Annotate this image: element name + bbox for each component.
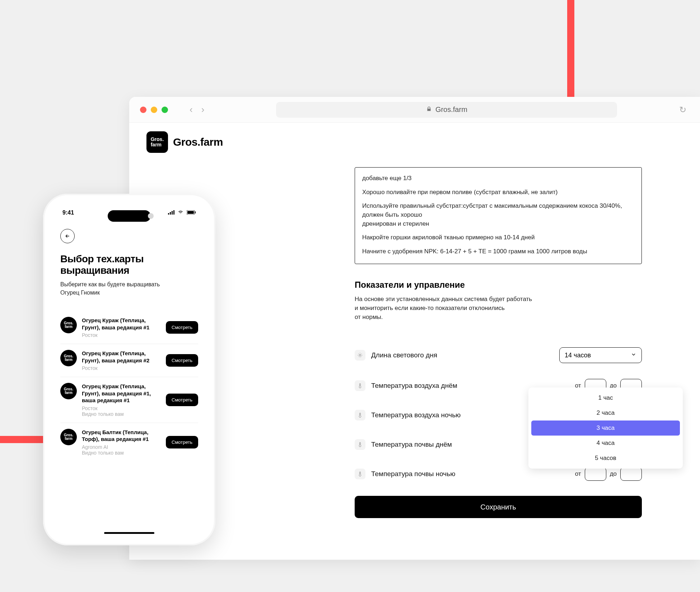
- soil-night-from-input[interactable]: [585, 467, 606, 481]
- lock-icon: [426, 105, 432, 114]
- card-body: Огурец Кураж (Теплица, Грунт), ваша реда…: [82, 383, 161, 417]
- chevron-down-icon: [631, 352, 636, 359]
- avatar: Gros. farm: [60, 383, 77, 399]
- instruction-line: Хорошо поливайте при первом поливе (субс…: [362, 188, 634, 197]
- svg-rect-1: [168, 213, 169, 215]
- card-meta: Росток: [82, 332, 161, 338]
- phone-mockup: 9:41 Выбор тех.картывыращивания Выберите…: [43, 194, 215, 545]
- view-button[interactable]: Смотреть: [166, 394, 198, 406]
- card-body: Огурец Кураж (Теплица, Грунт), ваша реда…: [82, 350, 161, 371]
- save-button[interactable]: Сохранить: [355, 496, 642, 518]
- card-title: Огурец Балтик (Теплица, Торф), ваша реда…: [82, 429, 161, 443]
- list-item: Gros. farm Огурец Кураж (Теплица, Грунт)…: [60, 344, 198, 377]
- thermometer-icon: [355, 410, 365, 420]
- instruction-line: Используйте правильный субстрат:субстрат…: [362, 202, 634, 228]
- from-label: от: [575, 470, 581, 478]
- reload-icon[interactable]: ↻: [679, 105, 686, 115]
- section-title: Показатели и управление: [355, 280, 642, 290]
- card-body: Огурец Кураж (Теплица, Грунт), ваша реда…: [82, 317, 161, 338]
- dynamic-island: [108, 210, 151, 222]
- svg-rect-7: [195, 211, 196, 213]
- decor-bar-left: [0, 436, 47, 443]
- wifi-icon: [177, 210, 184, 216]
- instructions-box: добавьте еще 1/3 Хорошо поливайте при пе…: [355, 167, 642, 264]
- back-button[interactable]: [60, 229, 75, 243]
- list-item: Gros. farm Огурец Балтик (Теплица, Торф)…: [60, 423, 198, 461]
- card-list: Gros. farm Огурец Кураж (Теплица, Грунт)…: [60, 311, 198, 461]
- status-right: [168, 210, 196, 216]
- dropdown-option[interactable]: 2 часа: [531, 405, 680, 420]
- card-meta: РостокВидно только вам: [82, 405, 161, 417]
- avatar: Gros. farm: [60, 317, 77, 333]
- dropdown-option[interactable]: 3 часа: [531, 420, 680, 436]
- signal-icon: [168, 210, 174, 216]
- svg-point-0: [359, 354, 361, 356]
- page-title: Выбор тех.картывыращивания: [60, 253, 198, 276]
- status-time: 9:41: [62, 210, 74, 216]
- traffic-lights: [140, 107, 168, 113]
- dropdown-option[interactable]: 5 часов: [531, 451, 680, 466]
- svg-rect-6: [187, 211, 194, 214]
- instruction-line: добавьте еще 1/3: [362, 174, 634, 183]
- card-title: Огурец Кураж (Теплица, Грунт), ваша реда…: [82, 350, 161, 364]
- card-body: Огурец Балтик (Теплица, Торф), ваша реда…: [82, 429, 161, 456]
- daylight-select[interactable]: 14 часов: [559, 347, 642, 363]
- section-description: На основе эти установленных данных систе…: [355, 295, 642, 321]
- instruction-line: Накройте горшки акриловой тканью примерн…: [362, 233, 634, 242]
- thermometer-icon: [355, 380, 365, 391]
- browser-chrome: ‹ › Gros.farm ↻: [129, 97, 700, 123]
- dropdown-option[interactable]: 4 часа: [531, 436, 680, 451]
- maximize-button[interactable]: [162, 107, 168, 113]
- view-button[interactable]: Смотреть: [166, 354, 198, 367]
- back-button[interactable]: ‹: [190, 104, 193, 115]
- card-meta: Agronom AIВидно только вам: [82, 444, 161, 456]
- brand-badge-icon: Gros. farm: [146, 131, 168, 153]
- list-item: Gros. farm Огурец Кураж (Теплица, Грунт)…: [60, 377, 198, 423]
- to-label: до: [610, 470, 617, 478]
- card-meta: Росток: [82, 365, 161, 371]
- svg-rect-2: [170, 212, 171, 215]
- decor-bar-top: [567, 0, 574, 97]
- forward-button[interactable]: ›: [201, 104, 205, 115]
- minimize-button[interactable]: [151, 107, 157, 113]
- param-label: Температура почвы ночью: [371, 470, 575, 478]
- instruction-line: Начните с удобрения NPK: 6-14-27 + 5 + T…: [362, 247, 634, 256]
- battery-icon: [187, 210, 196, 216]
- select-value: 14 часов: [565, 352, 591, 359]
- svg-rect-4: [173, 210, 174, 215]
- view-button[interactable]: Смотреть: [166, 436, 198, 448]
- card-title: Огурец Кураж (Теплица, Грунт), ваша реда…: [82, 383, 161, 404]
- address-bar[interactable]: Gros.farm: [276, 102, 617, 118]
- param-controls: от до: [575, 467, 642, 481]
- param-daylight: Длина светового дня 14 часов: [355, 339, 642, 371]
- param-label: Длина светового дня: [371, 351, 559, 359]
- home-indicator: [104, 532, 154, 534]
- dropdown-option[interactable]: 1 час: [531, 390, 680, 405]
- daylight-dropdown: 1 час2 часа3 часа4 часа5 часов: [528, 387, 683, 469]
- list-item: Gros. farm Огурец Кураж (Теплица, Грунт)…: [60, 311, 198, 344]
- brand-row: Gros. farm Gros.farm: [146, 131, 683, 153]
- sun-icon: [355, 350, 365, 361]
- avatar: Gros. farm: [60, 350, 77, 366]
- brand-name: Gros.farm: [173, 136, 223, 148]
- url-text: Gros.farm: [435, 105, 467, 114]
- soil-night-to-input[interactable]: [620, 467, 642, 481]
- close-button[interactable]: [140, 107, 146, 113]
- svg-rect-3: [172, 211, 173, 215]
- page-subtitle: Выберите как вы будете выращиватьОгурец …: [60, 281, 198, 297]
- phone-content: Выбор тех.картывыращивания Выберите как …: [55, 216, 204, 461]
- thermometer-icon: [355, 469, 365, 479]
- card-title: Огурец Кураж (Теплица, Грунт), ваша реда…: [82, 317, 161, 331]
- phone-screen: 9:41 Выбор тех.картывыращивания Выберите…: [51, 202, 207, 537]
- thermometer-icon: [355, 439, 365, 450]
- avatar: Gros. farm: [60, 429, 77, 445]
- view-button[interactable]: Смотреть: [166, 321, 198, 334]
- nav-arrows: ‹ ›: [190, 104, 204, 115]
